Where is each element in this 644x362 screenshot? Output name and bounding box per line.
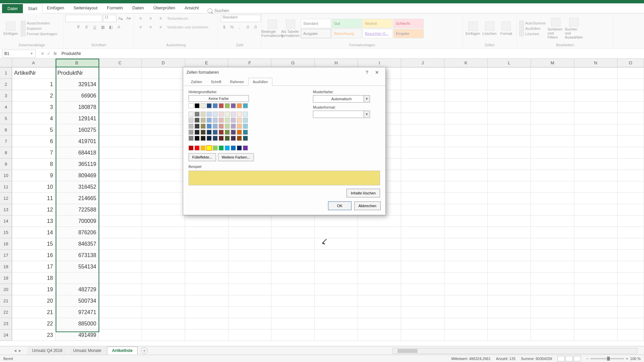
color-swatch[interactable] (243, 103, 248, 108)
cell[interactable]: 2 (12, 90, 55, 102)
color-swatch[interactable] (231, 118, 236, 123)
cell[interactable] (618, 90, 644, 102)
cell[interactable] (228, 250, 272, 261)
cell[interactable] (618, 204, 644, 216)
cell[interactable] (531, 181, 574, 193)
more-colors-button[interactable]: Weitere Farben... (218, 153, 254, 161)
cell[interactable] (99, 136, 142, 147)
ribbon-tab-seitenlayout[interactable]: Seitenlayout (69, 3, 102, 13)
name-box[interactable]: B1▼ (2, 50, 36, 58)
cell[interactable] (531, 113, 574, 124)
cell[interactable] (185, 295, 228, 307)
cell[interactable]: ArtikelNr (12, 67, 55, 79)
cell[interactable] (444, 113, 488, 124)
cell[interactable]: 17 (12, 261, 55, 273)
cell[interactable] (99, 159, 142, 170)
cell[interactable] (401, 67, 444, 79)
color-swatch[interactable] (189, 145, 194, 150)
border-button[interactable]: ▦ (99, 23, 107, 31)
cell[interactable] (574, 102, 618, 113)
ribbon-tab-start[interactable]: Start (23, 4, 42, 13)
row-header[interactable]: 24 (0, 329, 12, 341)
cell[interactable] (531, 79, 574, 90)
cell[interactable] (488, 261, 531, 273)
cell[interactable] (99, 261, 142, 273)
cell[interactable] (315, 261, 358, 273)
cell[interactable] (315, 295, 358, 307)
cell[interactable] (142, 204, 185, 216)
cell[interactable] (99, 181, 142, 193)
row-header[interactable]: 7 (0, 136, 12, 147)
cell[interactable] (358, 284, 401, 295)
cell[interactable]: 66906 (55, 90, 99, 102)
cell[interactable] (618, 147, 644, 159)
cell[interactable] (142, 193, 185, 204)
sort-filter-button[interactable]: Sortieren und Filtern (548, 18, 564, 39)
cell[interactable] (531, 307, 574, 318)
cell[interactable] (531, 136, 574, 147)
cell[interactable] (618, 136, 644, 147)
color-swatch[interactable] (189, 124, 194, 129)
color-swatch[interactable] (195, 124, 200, 129)
cell[interactable] (444, 102, 488, 113)
cell[interactable]: 20 (12, 295, 55, 307)
comma-button[interactable]: , (236, 23, 243, 31)
cell[interactable] (228, 295, 272, 307)
cell[interactable] (142, 216, 185, 227)
underline-button[interactable]: U (91, 23, 99, 31)
cell[interactable] (401, 318, 444, 329)
cell[interactable] (488, 318, 531, 329)
ribbon-tab-ansicht[interactable]: Ansicht (180, 3, 204, 13)
column-header-G[interactable]: G (271, 59, 315, 67)
cell[interactable] (99, 147, 142, 159)
cell[interactable] (142, 318, 185, 329)
cell[interactable] (99, 238, 142, 250)
cell[interactable]: 316452 (55, 181, 99, 193)
color-swatch[interactable] (243, 118, 248, 123)
cell[interactable] (618, 227, 644, 238)
color-swatch[interactable] (231, 145, 236, 150)
color-swatch[interactable] (225, 118, 230, 123)
column-header-J[interactable]: J (401, 59, 444, 67)
pattern-color-select[interactable]: Automatisch▼ (313, 95, 370, 103)
cell[interactable] (444, 273, 488, 284)
align-right-button[interactable]: ≡ (157, 23, 164, 31)
cell[interactable] (618, 113, 644, 124)
color-swatch[interactable] (213, 112, 218, 117)
cell[interactable] (185, 329, 228, 341)
dialog-tab-ausfüllen[interactable]: Ausfüllen (248, 78, 272, 86)
cell[interactable] (444, 159, 488, 170)
cell[interactable] (185, 250, 228, 261)
enter-formula-icon[interactable]: ✓ (47, 51, 50, 56)
row-header[interactable]: 15 (0, 227, 12, 238)
cell[interactable] (185, 318, 228, 329)
cell[interactable] (315, 273, 358, 284)
color-swatch[interactable] (213, 103, 218, 108)
cell[interactable] (142, 227, 185, 238)
cell[interactable]: 10 (12, 181, 55, 193)
color-swatch[interactable] (219, 118, 224, 123)
cell[interactable] (315, 329, 358, 341)
cell[interactable]: 7 (12, 147, 55, 159)
increase-font-button[interactable]: A▴ (117, 15, 124, 22)
cell-style-standard[interactable]: Standard (301, 19, 331, 28)
clear-button[interactable]: Löschen (519, 32, 546, 36)
cell[interactable] (142, 67, 185, 79)
cell[interactable] (271, 273, 315, 284)
color-swatch[interactable] (201, 145, 206, 150)
color-swatch[interactable] (201, 124, 206, 129)
cell[interactable] (574, 159, 618, 170)
color-swatch[interactable] (195, 103, 200, 108)
color-swatch[interactable] (207, 130, 212, 135)
horizontal-scrollbar[interactable] (392, 348, 637, 354)
cell[interactable]: 329134 (55, 79, 99, 90)
color-swatch[interactable] (231, 112, 236, 117)
cell[interactable] (531, 102, 574, 113)
merge-center-button[interactable]: Verbinden und zentrieren (167, 25, 208, 29)
cell[interactable] (142, 238, 185, 250)
cell[interactable] (488, 102, 531, 113)
cell[interactable]: ProduktNr (55, 67, 99, 79)
cell[interactable]: 673138 (55, 250, 99, 261)
align-center-button[interactable]: ≡ (147, 23, 154, 31)
color-swatch[interactable] (189, 103, 194, 108)
